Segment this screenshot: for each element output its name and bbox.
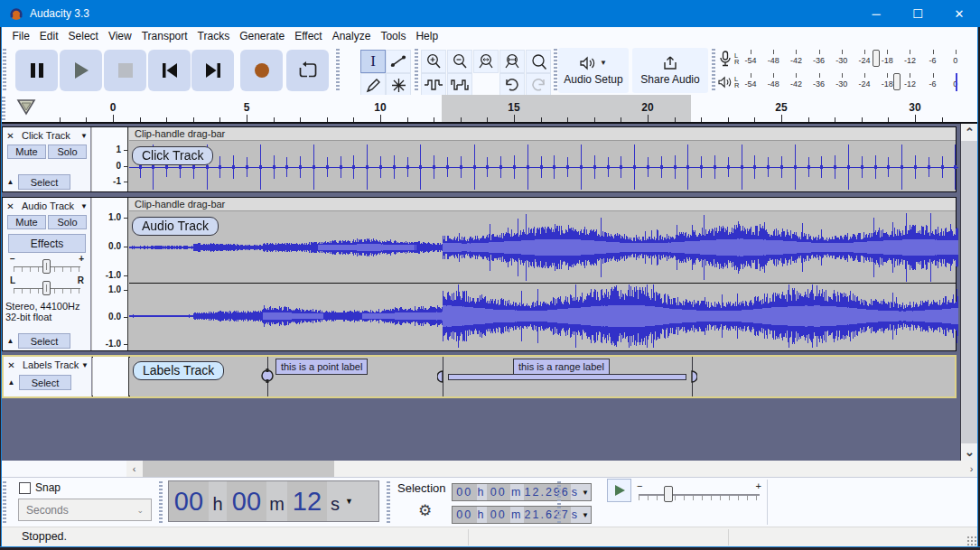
click-track-title-button[interactable]: Click Track ▼ bbox=[18, 128, 91, 143]
point-label-text[interactable]: this is a point label bbox=[275, 359, 369, 375]
click-track-content[interactable]: Clip-handle drag-bar Click Track bbox=[129, 127, 956, 191]
close-button[interactable]: ✕ bbox=[938, 0, 980, 27]
audio-position-display[interactable]: 00 h 00 m 12 s ▼ bbox=[168, 480, 379, 522]
menu-tracks[interactable]: Tracks bbox=[192, 27, 235, 46]
selection-end-field[interactable]: 00h00m21.627s ▼ bbox=[452, 506, 592, 524]
fit-project-button[interactable] bbox=[499, 50, 525, 73]
menu-effect[interactable]: Effect bbox=[290, 27, 327, 46]
menu-edit[interactable]: Edit bbox=[34, 27, 63, 46]
transport-grabber[interactable] bbox=[3, 49, 6, 92]
meter-gain-thumb[interactable] bbox=[873, 50, 880, 67]
labels-track-title-button[interactable]: Labels Track ▼ bbox=[19, 358, 92, 372]
stop-button[interactable] bbox=[104, 50, 146, 91]
audio-track-solo-button[interactable]: Solo bbox=[48, 215, 87, 229]
range-label-text[interactable]: this is a range label bbox=[513, 359, 610, 375]
selection-start-field[interactable]: 00h00m12.296s ▼ bbox=[452, 483, 592, 501]
zoom-out-button[interactable] bbox=[447, 50, 472, 73]
envelope-tool-button[interactable] bbox=[386, 50, 411, 73]
maximize-button[interactable]: ☐ bbox=[897, 0, 938, 27]
click-track-collapse-button[interactable]: ▲ bbox=[3, 175, 18, 189]
speed-slider-thumb[interactable] bbox=[664, 486, 673, 502]
draw-tool-button[interactable] bbox=[360, 73, 386, 97]
audio-track-vruler[interactable]: 1.0 0.0 -1.0 1.0 0.0 -1.0 bbox=[92, 198, 128, 350]
click-track-name-pill[interactable]: Click Track bbox=[132, 146, 213, 165]
scroll-left-arrow[interactable]: ‹ bbox=[126, 461, 142, 477]
selection-tool-button[interactable]: I bbox=[360, 50, 386, 73]
audio-track-clip-handle[interactable]: Clip-handle drag-bar bbox=[129, 198, 956, 211]
audio-track-content[interactable]: Clip-handle drag-bar Audio Track bbox=[129, 198, 956, 350]
labels-track-collapse-button[interactable]: ▲ bbox=[4, 376, 19, 389]
menu-select[interactable]: Select bbox=[63, 27, 103, 46]
click-track-close-button[interactable]: ✕ bbox=[3, 129, 18, 143]
range-label-bar[interactable] bbox=[448, 374, 686, 380]
audio-track-collapse-button[interactable]: ▲ bbox=[3, 334, 18, 348]
skip-to-start-button[interactable] bbox=[148, 50, 191, 91]
fit-selection-button[interactable] bbox=[473, 50, 499, 73]
pan-slider-thumb[interactable] bbox=[42, 281, 51, 295]
play-button[interactable] bbox=[60, 50, 102, 91]
click-track-waveform[interactable] bbox=[129, 142, 958, 191]
edit-grabber[interactable] bbox=[415, 49, 418, 92]
scroll-up-arrow[interactable]: ⌃ bbox=[961, 124, 978, 141]
meter-gain-thumb[interactable] bbox=[893, 73, 901, 90]
playback-meter[interactable]: LR -54-48-42-36-30-24-18-12-60 bbox=[718, 70, 966, 94]
ruler-grabber[interactable] bbox=[2, 97, 5, 120]
labels-track-content[interactable]: Labels Track this is a point label this … bbox=[130, 357, 955, 396]
audio-track-name-pill[interactable]: Audio Track bbox=[132, 217, 219, 236]
selection-start-caret[interactable]: ▼ bbox=[580, 484, 591, 500]
menu-help[interactable]: Help bbox=[411, 27, 443, 46]
zoom-toggle-button[interactable] bbox=[526, 50, 551, 73]
time-seconds[interactable]: 12 bbox=[287, 481, 327, 521]
playhead-pin-icon[interactable] bbox=[16, 98, 36, 117]
time-format-caret[interactable]: ▼ bbox=[343, 497, 355, 506]
setup-grabber[interactable] bbox=[554, 49, 557, 92]
skip-to-end-button[interactable] bbox=[191, 50, 234, 91]
redo-button[interactable] bbox=[526, 73, 551, 97]
audio-track-effects-button[interactable]: Effects bbox=[8, 234, 86, 253]
hscroll-thumb[interactable] bbox=[143, 461, 334, 477]
horizontal-scrollbar[interactable]: ‹ › bbox=[0, 461, 980, 477]
click-track-solo-button[interactable]: Solo bbox=[48, 144, 87, 159]
resize-grip[interactable] bbox=[966, 536, 977, 546]
tools-grabber[interactable] bbox=[336, 49, 340, 92]
menu-tools[interactable]: Tools bbox=[376, 27, 411, 46]
audio-track-select-button[interactable]: Select bbox=[18, 333, 70, 349]
audio-setup-button[interactable]: ▼ Audio Setup bbox=[558, 48, 629, 93]
pause-button[interactable] bbox=[15, 50, 58, 91]
menu-file[interactable]: File bbox=[7, 27, 34, 46]
multi-tool-button[interactable] bbox=[386, 73, 411, 97]
point-label-handle[interactable] bbox=[260, 368, 275, 383]
time-grabber[interactable] bbox=[159, 481, 163, 525]
record-button[interactable] bbox=[240, 50, 283, 91]
snap-mode-select[interactable]: Seconds ⌄ bbox=[18, 499, 152, 521]
audio-track-waveform-left[interactable] bbox=[129, 212, 958, 283]
labels-track-close-button[interactable]: ✕ bbox=[4, 359, 19, 372]
range-label-start-handle[interactable] bbox=[437, 369, 448, 384]
audio-track-gain-slider[interactable]: −+ bbox=[10, 256, 84, 274]
silence-audio-button[interactable] bbox=[447, 73, 472, 97]
loop-button[interactable] bbox=[286, 50, 329, 91]
selection-settings-gear-icon[interactable]: ⚙ bbox=[418, 501, 432, 520]
menu-generate[interactable]: Generate bbox=[235, 27, 290, 46]
labels-track-select-button[interactable]: Select bbox=[19, 375, 71, 390]
playspeed-grabber[interactable] bbox=[557, 481, 561, 525]
play-at-speed-button[interactable] bbox=[607, 479, 631, 502]
menu-view[interactable]: View bbox=[103, 27, 136, 46]
click-track-vruler[interactable]: 1 0 -1 bbox=[92, 127, 128, 191]
zoom-in-button[interactable] bbox=[421, 50, 446, 73]
snap-checkbox[interactable] bbox=[19, 482, 31, 494]
timeline-ruler[interactable]: 051015202530 bbox=[0, 95, 980, 124]
time-minutes[interactable]: 00 bbox=[227, 481, 266, 521]
menu-analyze[interactable]: Analyze bbox=[327, 27, 376, 46]
trim-audio-button[interactable] bbox=[421, 73, 446, 97]
recording-meter[interactable]: LR -54-48-42-36-30-24-18-12-60 bbox=[718, 47, 966, 70]
audio-track-mute-button[interactable]: Mute bbox=[7, 215, 46, 229]
gain-slider-thumb[interactable] bbox=[42, 259, 51, 274]
scroll-down-arrow[interactable]: ⌄ bbox=[961, 443, 978, 461]
click-track-select-button[interactable]: Select bbox=[18, 174, 70, 190]
minimize-button[interactable]: ─ bbox=[855, 0, 897, 27]
audio-track-title-button[interactable]: Audio Track ▼ bbox=[18, 199, 91, 213]
click-track-clip-handle[interactable]: Clip-handle drag-bar bbox=[129, 127, 956, 141]
selection-end-caret[interactable]: ▼ bbox=[580, 507, 591, 523]
share-audio-button[interactable]: Share Audio bbox=[632, 48, 708, 93]
